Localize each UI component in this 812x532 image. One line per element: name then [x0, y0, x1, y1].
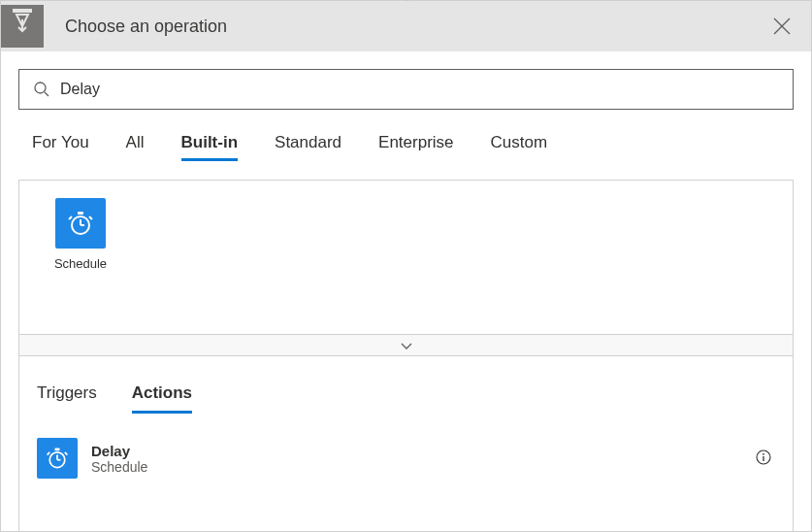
operation-picker-panel: Choose an operation For You All Built-in… [0, 0, 812, 532]
tab-custom[interactable]: Custom [491, 133, 548, 160]
action-subtitle: Schedule [91, 459, 738, 475]
chevron-down-icon [400, 341, 413, 350]
action-title: Delay [91, 443, 738, 459]
panel-body: For You All Built-in Standard Enterprise… [1, 51, 811, 531]
close-button[interactable] [763, 7, 801, 46]
schedule-icon [55, 198, 106, 249]
search-input[interactable] [60, 81, 779, 98]
trigger-action-tabs: Triggers Actions [19, 356, 793, 413]
insert-arrow-icon [399, 0, 414, 2]
search-icon [33, 81, 50, 98]
schedule-icon [37, 438, 78, 479]
action-delay[interactable]: Delay Schedule [37, 434, 775, 482]
svg-line-5 [45, 92, 49, 96]
tab-triggers[interactable]: Triggers [37, 383, 97, 413]
svg-point-15 [763, 452, 764, 454]
svg-rect-9 [78, 212, 83, 215]
tab-standard[interactable]: Standard [275, 133, 341, 160]
expand-connectors-button[interactable] [18, 335, 794, 356]
tab-for-you[interactable]: For You [32, 133, 89, 160]
category-tabs: For You All Built-in Standard Enterprise… [18, 133, 794, 160]
close-icon [773, 17, 791, 35]
panel-header: Choose an operation [1, 1, 811, 51]
action-list: Delay Schedule [19, 413, 793, 482]
search-box[interactable] [18, 69, 794, 110]
connectors-panel: Schedule [18, 180, 794, 335]
svg-point-4 [35, 83, 46, 93]
info-icon [756, 449, 771, 465]
tab-enterprise[interactable]: Enterprise [378, 133, 453, 160]
action-info-button[interactable] [752, 446, 775, 472]
tab-actions[interactable]: Actions [132, 383, 192, 413]
actions-panel: Triggers Actions [18, 356, 794, 531]
tab-built-in[interactable]: Built-in [181, 133, 239, 160]
connector-label: Schedule [54, 256, 107, 271]
connector-schedule[interactable]: Schedule [47, 198, 114, 316]
svg-rect-0 [13, 9, 32, 13]
action-text: Delay Schedule [91, 443, 738, 475]
tab-all[interactable]: All [126, 133, 145, 160]
svg-rect-13 [54, 449, 59, 451]
panel-title: Choose an operation [65, 17, 763, 37]
operation-type-icon [1, 5, 44, 48]
